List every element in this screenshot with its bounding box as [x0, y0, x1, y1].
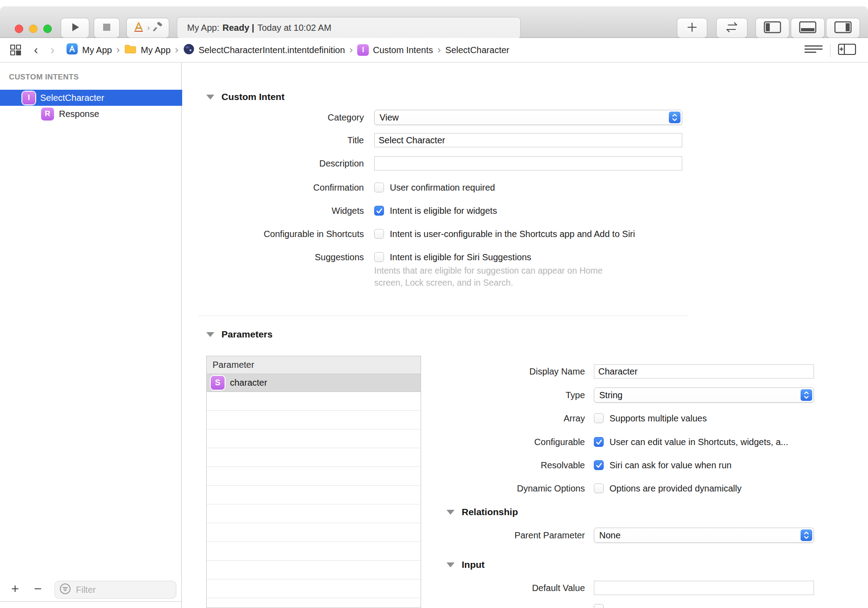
breadcrumb-custom-intents[interactable]: I Custom Intents [357, 44, 433, 56]
add-editor-icon[interactable] [838, 42, 856, 58]
array-label: Array [429, 413, 585, 424]
array-row: Array Supports multiple values [429, 411, 707, 426]
category-row: Category View [182, 110, 682, 125]
shortcuts-checkbox[interactable] [374, 229, 384, 239]
divider [0, 601, 181, 602]
suggestions-row: Suggestions Intent is eligible for Siri … [182, 250, 531, 265]
parent-parameter-row: Parent Parameter None [429, 528, 814, 543]
popup-stepper-icon [669, 112, 680, 123]
remove-button[interactable]: − [34, 582, 42, 596]
empty-row [207, 411, 421, 429]
section-divider [198, 316, 688, 316]
left-panel-icon [764, 21, 781, 36]
library-add-button[interactable] [677, 18, 707, 38]
display-name-field[interactable] [594, 364, 814, 379]
widgets-checkbox[interactable] [374, 206, 384, 216]
default-value-label: Default Value [429, 583, 585, 593]
run-button[interactable] [61, 18, 89, 38]
parameters-section-header: Parameters [206, 329, 272, 340]
checkbox-text: Siri can ask for value when run [609, 460, 731, 471]
checkbox-text: Intent is user-configurable in the Short… [390, 229, 635, 239]
bottom-panel-icon [799, 21, 817, 36]
suggestions-checkbox[interactable] [374, 252, 384, 262]
widgets-label: Widgets [182, 206, 364, 216]
empty-row [207, 542, 421, 561]
forward-button[interactable]: › [50, 44, 54, 56]
confirmation-label: Confirmation [182, 183, 364, 193]
minimize-button[interactable] [29, 25, 38, 33]
type-popup[interactable]: String [594, 387, 814, 403]
confirmation-checkbox[interactable] [374, 183, 384, 192]
suggestions-label: Suggestions [182, 252, 364, 262]
breadcrumb-group[interactable]: My App [124, 44, 171, 56]
parameter-row-character[interactable]: S character [207, 374, 421, 392]
empty-row [207, 392, 421, 411]
parameter-name: character [230, 378, 267, 388]
disclosure-triangle-icon[interactable] [206, 332, 214, 337]
resolvable-checkbox[interactable] [594, 460, 604, 470]
configurable-row: Configurable User can edit value in Shor… [429, 434, 788, 450]
confirmation-row: Confirmation User confirmation required [182, 180, 495, 195]
array-checkbox[interactable] [594, 413, 604, 423]
intent-badge: I [22, 92, 35, 104]
related-items-icon[interactable] [10, 44, 21, 56]
right-panel-icon [834, 21, 852, 36]
category-popup[interactable]: View [374, 110, 682, 125]
description-field[interactable] [374, 156, 682, 171]
xcode-app-icon [133, 21, 145, 35]
breadcrumb-separator: › [175, 44, 179, 56]
dynamic-options-checkbox[interactable] [594, 483, 604, 493]
filter-icon [59, 583, 71, 596]
empty-row [207, 448, 421, 467]
parent-parameter-value: None [599, 530, 621, 541]
toggle-navigator-button[interactable] [755, 18, 789, 38]
toolbar: › My App: Ready | Today at 10:02 AM [0, 6, 868, 38]
filter-input[interactable] [75, 584, 166, 596]
navigator-sidebar: CUSTOM INTENTS I SelectCharacter R Respo… [0, 63, 182, 608]
folder-icon [124, 44, 137, 56]
breadcrumb-project[interactable]: My App [66, 43, 112, 57]
default-value-field[interactable] [594, 581, 814, 595]
toggle-debug-area-button[interactable] [791, 18, 825, 38]
add-button[interactable]: + [11, 582, 19, 596]
shortcuts-row: Configurable in Shortcuts Intent is user… [182, 226, 635, 242]
activity-view: My App: Ready | Today at 10:02 AM [177, 17, 521, 39]
scheme-selector-button[interactable]: › [126, 18, 169, 38]
toggle-inspector-button[interactable] [826, 18, 860, 38]
back-button[interactable]: ‹ [34, 44, 38, 56]
dynamic-options-label: Dynamic Options [429, 483, 585, 494]
breadcrumb-separator: › [437, 44, 442, 56]
chevron-separator-icon: › [147, 23, 150, 33]
disclosure-triangle-icon[interactable] [206, 95, 214, 100]
relationship-section-header: Relationship [447, 507, 518, 517]
checkbox-text: Intent is eligible for Siri Suggestions [390, 252, 531, 262]
sidebar-item-label: Response [59, 109, 99, 119]
editor-mode-button[interactable] [716, 18, 747, 38]
intent-editor: Custom Intent Category View Title Descri… [182, 63, 868, 608]
clipped-checkbox[interactable] [594, 604, 604, 608]
breadcrumb-file[interactable]: SelectCharacterIntent.intentdefinition [183, 43, 345, 57]
configurable-checkbox[interactable] [594, 437, 604, 447]
empty-row [207, 429, 421, 448]
editor-options-icon[interactable] [804, 43, 823, 57]
sidebar-item-selectcharacter[interactable]: I SelectCharacter [0, 90, 204, 106]
empty-row [207, 523, 421, 542]
title-field[interactable] [374, 133, 682, 147]
breadcrumb-select-character[interactable]: SelectCharacter [445, 45, 509, 55]
stop-button[interactable] [94, 18, 120, 38]
disclosure-triangle-icon[interactable] [447, 562, 455, 567]
filter-field[interactable] [54, 581, 176, 599]
title-row: Title [182, 133, 682, 148]
dynamic-options-row: Dynamic Options Options are provided dyn… [429, 481, 742, 496]
empty-row [207, 486, 421, 504]
parent-parameter-popup[interactable]: None [594, 528, 814, 543]
play-icon [70, 22, 80, 34]
response-badge: R [41, 108, 54, 121]
default-value-row: Default Value [429, 580, 814, 596]
popup-stepper-icon [801, 529, 812, 541]
zoom-button[interactable] [43, 25, 52, 33]
swap-arrows-icon [725, 21, 739, 35]
close-button[interactable] [15, 25, 23, 33]
type-label: Type [429, 390, 585, 400]
disclosure-triangle-icon[interactable] [447, 510, 455, 515]
